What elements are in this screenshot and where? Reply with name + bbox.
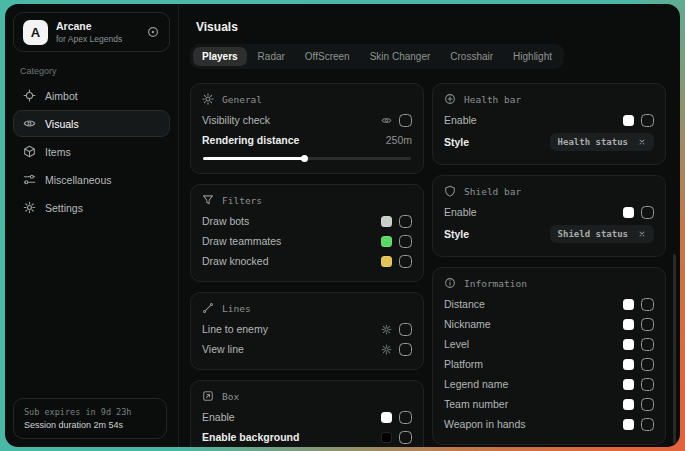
color-swatch[interactable] xyxy=(623,299,634,310)
tab-highlight[interactable]: Highlight xyxy=(504,47,561,66)
cube-icon xyxy=(23,145,36,158)
color-swatch[interactable] xyxy=(623,339,634,350)
card-title: Shield bar xyxy=(464,186,521,197)
close-icon[interactable] xyxy=(638,138,646,146)
eye-icon[interactable] xyxy=(381,115,392,126)
color-swatch[interactable] xyxy=(381,236,392,247)
sidebar-item-visuals[interactable]: Visuals xyxy=(13,110,170,137)
color-swatch[interactable] xyxy=(381,412,392,423)
nickname-checkbox[interactable] xyxy=(641,318,654,331)
sidebar-item-label: Visuals xyxy=(45,118,79,130)
row-label: Draw bots xyxy=(202,215,381,227)
health-enable-checkbox[interactable] xyxy=(641,114,654,127)
draw-knocked-checkbox[interactable] xyxy=(399,255,412,268)
gear-icon xyxy=(23,201,36,214)
sidebar-item-aimbot[interactable]: Aimbot xyxy=(13,82,170,109)
sun-icon xyxy=(202,93,214,105)
app-header-card: A Arcane for Apex Legends xyxy=(13,12,170,52)
session-duration-text: Session duration 2m 54s xyxy=(24,420,156,430)
right-column: Health bar Enable Style Health status xyxy=(432,83,666,445)
card-filters: Filters Draw bots Draw teammates xyxy=(190,184,424,282)
view-line-checkbox[interactable] xyxy=(399,343,412,356)
color-swatch[interactable] xyxy=(381,256,392,267)
row-visibility-check: Visibility check xyxy=(202,110,412,130)
health-style-select[interactable]: Health status xyxy=(550,133,654,151)
page-title: Visuals xyxy=(196,20,670,34)
row-health-style: Style Health status xyxy=(444,130,654,154)
draw-teammates-checkbox[interactable] xyxy=(399,235,412,248)
sidebar-item-miscellaneous[interactable]: Miscellaneous xyxy=(13,166,170,193)
tab-offscreen[interactable]: OffScreen xyxy=(296,47,359,66)
sidebar-item-settings[interactable]: Settings xyxy=(13,194,170,221)
row-label: Enable xyxy=(202,411,381,423)
draw-bots-checkbox[interactable] xyxy=(399,215,412,228)
color-swatch[interactable] xyxy=(623,359,634,370)
target-icon[interactable] xyxy=(146,25,160,39)
card-information: Information Distance Nickname xyxy=(432,267,666,445)
row-shield-style: Style Shield status xyxy=(444,222,654,246)
row-label: Level xyxy=(444,338,623,350)
app-window: A Arcane for Apex Legends Category Aimbo… xyxy=(5,4,680,447)
shield-style-select[interactable]: Shield status xyxy=(550,225,654,243)
color-swatch[interactable] xyxy=(381,432,392,443)
card-health-bar: Health bar Enable Style Health status xyxy=(432,83,666,165)
card-title: General xyxy=(222,94,262,105)
row-label: Enable background xyxy=(202,431,381,443)
box-enable-background-checkbox[interactable] xyxy=(399,431,412,444)
rendering-distance-slider[interactable] xyxy=(203,157,411,160)
app-logo: A xyxy=(23,20,48,45)
card-title: Lines xyxy=(222,303,251,314)
color-swatch[interactable] xyxy=(623,115,634,126)
slider-thumb[interactable] xyxy=(301,155,308,162)
weapon-in-hands-checkbox[interactable] xyxy=(641,418,654,431)
color-swatch[interactable] xyxy=(381,216,392,227)
slider-fill xyxy=(203,157,305,160)
subscription-card: Sub expires in 9d 23h Session duration 2… xyxy=(13,398,167,439)
card-filters-header: Filters xyxy=(202,194,412,206)
box-enable-checkbox[interactable] xyxy=(399,411,412,424)
color-swatch[interactable] xyxy=(623,379,634,390)
color-swatch[interactable] xyxy=(623,207,634,218)
color-swatch[interactable] xyxy=(623,319,634,330)
color-swatch[interactable] xyxy=(623,399,634,410)
gear-icon[interactable] xyxy=(381,324,392,335)
row-info-legend-name: Legend name xyxy=(444,374,654,394)
row-draw-teammates: Draw teammates xyxy=(202,231,412,251)
color-swatch[interactable] xyxy=(623,419,634,430)
row-label: Nickname xyxy=(444,318,623,330)
card-information-header: Information xyxy=(444,277,654,289)
main-scrollbar[interactable] xyxy=(673,254,676,444)
row-label: Draw teammates xyxy=(202,235,381,247)
tab-skin-changer[interactable]: Skin Changer xyxy=(361,47,440,66)
level-checkbox[interactable] xyxy=(641,338,654,351)
card-title: Health bar xyxy=(464,94,521,105)
app-title-block: Arcane for Apex Legends xyxy=(56,20,122,44)
eye-icon xyxy=(23,117,36,130)
tab-crosshair[interactable]: Crosshair xyxy=(441,47,502,66)
shield-enable-checkbox[interactable] xyxy=(641,206,654,219)
gear-icon[interactable] xyxy=(381,344,392,355)
close-icon[interactable] xyxy=(638,230,646,238)
card-lines: Lines Line to enemy View line xyxy=(190,292,424,370)
row-label: Style xyxy=(444,136,550,148)
left-column: General Visibility check Rendering dista… xyxy=(190,83,424,447)
legend-name-checkbox[interactable] xyxy=(641,378,654,391)
sliders-icon xyxy=(23,173,36,186)
tab-players[interactable]: Players xyxy=(193,47,247,66)
row-label: Style xyxy=(444,228,550,240)
team-number-checkbox[interactable] xyxy=(641,398,654,411)
row-label: Weapon in hands xyxy=(444,418,623,430)
platform-checkbox[interactable] xyxy=(641,358,654,371)
sidebar-item-items[interactable]: Items xyxy=(13,138,170,165)
row-label: Team number xyxy=(444,398,623,410)
sidebar-item-label: Aimbot xyxy=(45,90,78,102)
card-title: Filters xyxy=(222,195,262,206)
line-to-enemy-checkbox[interactable] xyxy=(399,323,412,336)
tab-bar: Players Radar OffScreen Skin Changer Cro… xyxy=(190,44,564,69)
distance-checkbox[interactable] xyxy=(641,298,654,311)
visibility-check-checkbox[interactable] xyxy=(399,114,412,127)
tab-radar[interactable]: Radar xyxy=(249,47,294,66)
category-label: Category xyxy=(20,66,170,76)
row-label: Draw knocked xyxy=(202,255,381,267)
card-health-header: Health bar xyxy=(444,93,654,105)
